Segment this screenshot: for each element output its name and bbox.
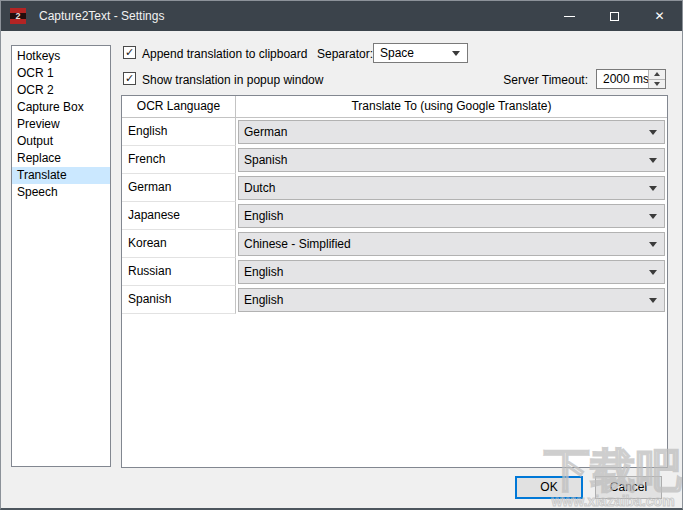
header-translate-to: Translate To (using Google Translate) <box>236 96 667 117</box>
spin-down-button[interactable] <box>649 80 665 89</box>
close-icon: ✕ <box>654 10 664 22</box>
show-popup-label: Show translation in popup window <box>142 73 323 87</box>
chevron-down-icon <box>649 214 657 219</box>
ok-button[interactable]: OK <box>515 476 583 499</box>
app-icon: 2 <box>10 8 26 24</box>
chevron-down-icon <box>649 186 657 191</box>
chevron-down-icon <box>649 242 657 247</box>
chevron-down-icon <box>649 298 657 303</box>
separator-dropdown[interactable]: Space <box>373 43 468 63</box>
table-header-row: OCR Language Translate To (using Google … <box>122 96 667 118</box>
ocr-language-cell: English <box>122 118 236 146</box>
maximize-icon <box>610 12 619 21</box>
chevron-up-icon <box>654 72 660 76</box>
translate-to-cell: English <box>236 286 667 314</box>
translate-to-value: German <box>244 125 287 139</box>
separator-value: Space <box>380 46 414 60</box>
server-timeout-label: Server Timeout: <box>503 73 588 87</box>
window-title: Capture2Text - Settings <box>39 9 164 23</box>
table-row: SpanishEnglish <box>122 286 667 314</box>
chevron-down-icon <box>649 158 657 163</box>
translate-to-dropdown[interactable]: Chinese - Simplified <box>238 232 665 256</box>
translate-to-cell: German <box>236 118 667 146</box>
table-row: GermanDutch <box>122 174 667 202</box>
settings-window: 2 Capture2Text - Settings ✕ HotkeysOCR 1… <box>0 0 683 510</box>
translate-to-cell: Dutch <box>236 174 667 202</box>
titlebar: 2 Capture2Text - Settings ✕ <box>1 1 682 31</box>
sidebar-item-hotkeys[interactable]: Hotkeys <box>12 48 110 65</box>
ocr-language-cell: Spanish <box>122 286 236 314</box>
sidebar-list: HotkeysOCR 1OCR 2Capture BoxPreviewOutpu… <box>11 45 111 467</box>
table-body: EnglishGermanFrenchSpanishGermanDutchJap… <box>122 118 667 314</box>
table-row: EnglishGerman <box>122 118 667 146</box>
ocr-language-cell: Japanese <box>122 202 236 230</box>
sidebar-item-ocr-1[interactable]: OCR 1 <box>12 65 110 82</box>
table-row: RussianEnglish <box>122 258 667 286</box>
chevron-down-icon <box>649 270 657 275</box>
close-button[interactable]: ✕ <box>637 1 682 31</box>
sidebar-item-capture-box[interactable]: Capture Box <box>12 99 110 116</box>
sidebar-item-preview[interactable]: Preview <box>12 116 110 133</box>
show-popup-checkbox[interactable]: ✓ <box>123 72 136 85</box>
translate-to-value: English <box>244 293 283 307</box>
append-clipboard-label: Append translation to clipboard <box>142 47 307 61</box>
table-row: KoreanChinese - Simplified <box>122 230 667 258</box>
translate-to-cell: Spanish <box>236 146 667 174</box>
sidebar-item-replace[interactable]: Replace <box>12 150 110 167</box>
translate-to-cell: English <box>236 202 667 230</box>
translate-to-value: Chinese - Simplified <box>244 237 351 251</box>
server-timeout-input[interactable]: 2000 ms <box>596 69 666 89</box>
translate-to-value: English <box>244 265 283 279</box>
append-clipboard-checkbox[interactable]: ✓ <box>123 46 136 59</box>
translate-to-cell: English <box>236 258 667 286</box>
spinner-controls <box>648 70 665 88</box>
ocr-language-cell: French <box>122 146 236 174</box>
sidebar-item-output[interactable]: Output <box>12 133 110 150</box>
spin-up-button[interactable] <box>649 70 665 80</box>
ocr-language-cell: Russian <box>122 258 236 286</box>
table-row: JapaneseEnglish <box>122 202 667 230</box>
translate-to-value: Spanish <box>244 153 287 167</box>
table-row: FrenchSpanish <box>122 146 667 174</box>
translation-table: OCR Language Translate To (using Google … <box>121 95 668 468</box>
header-ocr-language: OCR Language <box>122 96 236 117</box>
translate-to-dropdown[interactable]: Dutch <box>238 176 665 200</box>
translate-to-value: English <box>244 209 283 223</box>
translate-to-cell: Chinese - Simplified <box>236 230 667 258</box>
chevron-down-icon <box>452 51 460 56</box>
chevron-down-icon <box>654 82 660 86</box>
translate-to-value: Dutch <box>244 181 275 195</box>
sidebar-item-speech[interactable]: Speech <box>12 184 110 201</box>
chevron-down-icon <box>649 130 657 135</box>
translate-to-dropdown[interactable]: English <box>238 288 665 312</box>
translate-to-dropdown[interactable]: German <box>238 120 665 144</box>
separator-label: Separator: <box>317 47 373 61</box>
translate-to-dropdown[interactable]: Spanish <box>238 148 665 172</box>
sidebar-item-translate[interactable]: Translate <box>12 167 110 184</box>
translate-to-dropdown[interactable]: English <box>238 204 665 228</box>
minimize-icon <box>564 16 575 17</box>
sidebar-item-ocr-2[interactable]: OCR 2 <box>12 82 110 99</box>
ocr-language-cell: German <box>122 174 236 202</box>
translate-to-dropdown[interactable]: English <box>238 260 665 284</box>
ocr-language-cell: Korean <box>122 230 236 258</box>
maximize-button[interactable] <box>592 1 637 31</box>
server-timeout-value: 2000 ms <box>603 72 649 86</box>
minimize-button[interactable] <box>547 1 592 31</box>
cancel-button[interactable]: Cancel <box>595 476 662 499</box>
